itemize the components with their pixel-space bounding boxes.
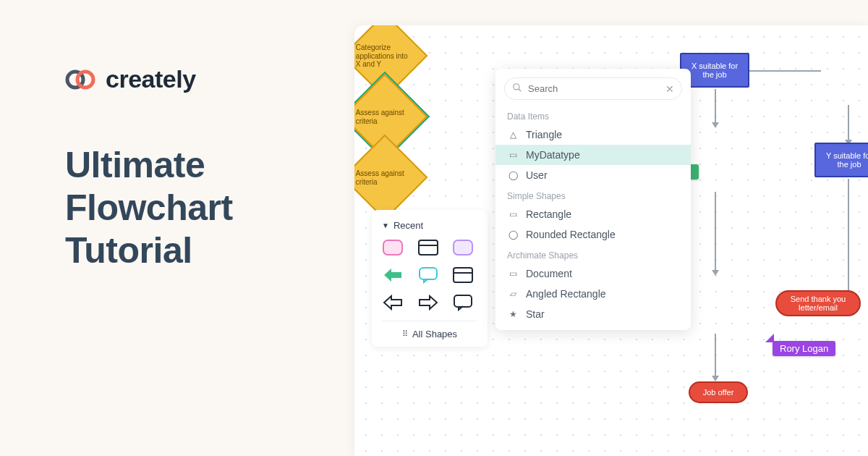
- shape-speech-outline[interactable]: [452, 293, 474, 312]
- all-shapes-button[interactable]: ⠿ All Shapes: [382, 321, 477, 339]
- search-item[interactable]: ▭Document: [495, 263, 691, 284]
- brand-name: creately: [106, 65, 196, 93]
- shape-speech-cyan[interactable]: [417, 266, 439, 284]
- arrow-icon: [712, 270, 719, 276]
- search-row[interactable]: ✕: [504, 77, 682, 100]
- grid-icon: ⠿: [402, 329, 408, 339]
- node-label: Categorize applications into X and Y: [356, 43, 414, 69]
- search-item-label: MyDatatype: [526, 149, 580, 161]
- shape-glyph-icon: ▭: [507, 150, 519, 160]
- hero-left: creately Ultimate Flowchart Tutorial: [65, 65, 340, 272]
- search-group-label: Data Items: [495, 106, 691, 124]
- svg-rect-9: [454, 295, 472, 307]
- node-label: Assess against criteria: [356, 169, 414, 186]
- shape-glyph-icon: ▱: [507, 289, 519, 299]
- svg-rect-6: [420, 268, 437, 279]
- shape-card[interactable]: [417, 238, 439, 257]
- shapes-panel: ▼ Recent: [372, 210, 488, 347]
- recent-shapes-grid: [382, 238, 477, 312]
- svg-point-1: [77, 72, 93, 88]
- search-item[interactable]: △Triangle: [495, 124, 691, 145]
- edge: [848, 105, 849, 141]
- search-item-label: Rounded Rectangle: [526, 229, 616, 240]
- search-item-label: Triangle: [526, 129, 562, 140]
- shape-glyph-icon: ◯: [507, 170, 519, 180]
- shape-rounded-lilac[interactable]: [452, 238, 474, 257]
- shape-search-popover: ✕ Data Items△Triangle▭MyDatatype◯UserSim…: [495, 69, 691, 330]
- edge: [715, 89, 716, 124]
- logo-icon: [65, 69, 97, 90]
- search-item-label: Rectangle: [526, 208, 571, 220]
- svg-rect-2: [383, 240, 402, 255]
- search-item[interactable]: ▭MyDatatype: [495, 145, 691, 165]
- all-shapes-label: All Shapes: [412, 329, 457, 339]
- search-icon: [512, 83, 522, 95]
- node-label: Y suitable for the job: [820, 151, 868, 169]
- edge: [848, 179, 849, 302]
- brand-logo: creately: [65, 65, 340, 93]
- node-y-suitable[interactable]: Y suitable for the job: [814, 143, 868, 177]
- svg-point-10: [514, 84, 519, 90]
- search-item[interactable]: ★Star: [495, 304, 691, 324]
- recent-label: Recent: [393, 220, 423, 231]
- shape-glyph-icon: ★: [507, 309, 519, 319]
- shape-card-2[interactable]: [452, 266, 474, 284]
- shape-glyph-icon: △: [507, 130, 519, 140]
- search-item[interactable]: ▱Angled Rectangle: [495, 284, 691, 304]
- shape-rounded-pink[interactable]: [382, 238, 404, 257]
- node-label: X suitable for the job: [686, 62, 744, 79]
- chevron-down-icon: ▼: [382, 221, 389, 229]
- svg-rect-7: [454, 268, 472, 282]
- shape-arrow-left-outline[interactable]: [382, 293, 404, 312]
- search-item-label: Star: [526, 308, 545, 320]
- close-icon[interactable]: ✕: [665, 83, 674, 95]
- search-group-label: Archimate Shapes: [495, 245, 691, 263]
- shape-glyph-icon: ▭: [507, 269, 519, 279]
- node-label: Job offer: [703, 388, 734, 397]
- svg-rect-5: [454, 240, 472, 255]
- recent-section[interactable]: ▼ Recent: [382, 220, 477, 231]
- shape-arrow-left-green[interactable]: [382, 266, 404, 284]
- shape-glyph-icon: ◯: [507, 229, 519, 240]
- search-item[interactable]: ◯User: [495, 165, 691, 185]
- collab-label: Rory Logan: [780, 343, 828, 354]
- search-item[interactable]: ◯Rounded Rectangle: [495, 224, 691, 245]
- shape-arrow-right-outline[interactable]: [417, 293, 439, 312]
- collab-cursor-rory: Rory Logan: [773, 341, 835, 356]
- node-label: Send thank you letter/email: [781, 295, 855, 312]
- edge: [749, 70, 821, 72]
- search-item-label: User: [526, 169, 548, 181]
- search-item[interactable]: ▭Rectangle: [495, 204, 691, 224]
- arrow-icon: [712, 376, 719, 381]
- search-item-label: Angled Rectangle: [526, 288, 606, 300]
- search-item-label: Document: [526, 268, 572, 279]
- node-job-offer[interactable]: Job offer: [689, 381, 748, 403]
- edge: [715, 192, 716, 271]
- shape-glyph-icon: ▭: [507, 209, 519, 219]
- editor-canvas[interactable]: X suitable for the job Categorize applic…: [354, 25, 868, 456]
- svg-rect-3: [419, 240, 438, 255]
- search-group-label: Simple Shapes: [495, 185, 691, 204]
- search-input[interactable]: [528, 83, 660, 94]
- page-title: Ultimate Flowchart Tutorial: [65, 144, 340, 272]
- edge: [715, 334, 716, 377]
- node-thank-you[interactable]: Send thank you letter/email: [775, 290, 861, 316]
- arrow-icon: [712, 122, 719, 128]
- node-label: Assess against criteria: [356, 109, 414, 125]
- svg-line-11: [519, 89, 522, 92]
- node-assess-2[interactable]: Assess against criteria: [354, 135, 427, 221]
